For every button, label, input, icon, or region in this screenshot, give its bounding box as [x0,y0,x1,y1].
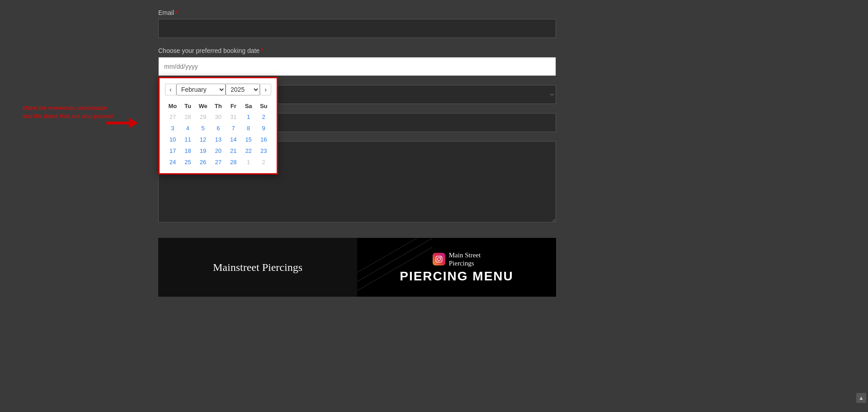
calendar-day[interactable]: 27 [211,156,226,168]
calendar-day[interactable]: 9 [256,123,271,134]
booking-date-required-star: * [261,47,263,54]
calendar-day[interactable]: 24 [165,156,180,168]
email-field-group: Email* [158,9,538,38]
month-select[interactable]: JanuaryFebruaryMarchAprilMayJuneJulyAugu… [176,84,226,95]
calendar-day[interactable]: 6 [211,123,226,134]
footer-business-name: Main Street Piercings [449,251,481,267]
calendar-day: 1 [241,156,256,168]
calendar-day[interactable]: 5 [195,123,211,134]
calendar-day[interactable]: 8 [241,123,256,134]
weekday-tu: Tu [180,101,195,111]
email-input[interactable] [158,19,556,38]
calendar-day: 27 [165,111,180,123]
footer-menu-title: PIERCING MENU [400,269,514,284]
calendar-day[interactable]: 15 [241,134,256,145]
weekday-th: Th [211,101,226,111]
calendar-day[interactable]: 26 [195,156,211,168]
weekday-mo: Mo [165,101,180,111]
calendar-day[interactable]: 16 [256,134,271,145]
date-input-wrapper: ‹ JanuaryFebruaryMarchAprilMayJuneJulyAu… [158,57,556,76]
calendar-day: 31 [226,111,241,123]
weekday-sa: Sa [241,101,256,111]
footer-left-panel: Mainstreet Piercings [158,238,357,297]
calendar-day[interactable]: 18 [180,145,195,156]
email-required-star: * [175,9,178,16]
calendar-day: 29 [195,111,211,123]
calendar-week-row: 3456789 [165,123,271,134]
svg-rect-0 [436,256,442,262]
calendar-day[interactable]: 2 [256,111,271,123]
calendar-week-row: 17181920212223 [165,145,271,156]
calendar-day[interactable]: 28 [226,156,241,168]
calendar-day[interactable]: 19 [195,145,211,156]
arrow-shaft [106,122,129,124]
weekday-fr: Fr [226,101,241,111]
calendar-day[interactable]: 21 [226,145,241,156]
calendar-day[interactable]: 17 [165,145,180,156]
calendar-week-row: 10111213141516 [165,134,271,145]
calendar-grid: Mo Tu We Th Fr Sa Su 2728293031 [165,101,271,168]
booking-date-field-group: Choose your preferred booking date* ‹ Ja… [158,47,538,76]
calendar-day[interactable]: 11 [180,134,195,145]
calendar-day[interactable]: 3 [165,123,180,134]
footer-left-text: Mainstreet Piercings [213,261,302,274]
calendar-day[interactable]: 13 [211,134,226,145]
calendar-day[interactable]: 1 [241,111,256,123]
footer-section: Mainstreet Piercings [158,238,556,297]
year-select[interactable]: 202420252026 [226,84,260,95]
svg-point-1 [437,258,440,261]
scroll-up-button[interactable]: ▲ [856,393,866,403]
calendar-day: 30 [211,111,226,123]
weekday-su: Su [256,101,271,111]
prev-month-button[interactable]: ‹ [165,84,176,95]
calendar-week-row: 272829303112 [165,111,271,123]
svg-point-2 [440,257,441,258]
footer-right-panel: Main Street Piercings PIERCING MENU [357,238,556,297]
form-section: Email* Choose your preferred booking dat… [145,9,552,297]
calendar-day[interactable]: 20 [211,145,226,156]
calendar-day[interactable]: 14 [226,134,241,145]
instagram-icon [433,253,445,265]
calendar-day[interactable]: 23 [256,145,271,156]
annotation-arrow [106,118,142,128]
calendar-weekday-header-row: Mo Tu We Th Fr Sa Su [165,101,271,111]
calendar-day: 28 [180,111,195,123]
date-input[interactable] [158,57,556,76]
calendar-day[interactable]: 10 [165,134,180,145]
weekday-we: We [195,101,211,111]
calendar-day[interactable]: 22 [241,145,256,156]
calendar-header: ‹ JanuaryFebruaryMarchAprilMayJuneJulyAu… [165,84,271,95]
calendar-day[interactable]: 4 [180,123,195,134]
calendar-day[interactable]: 25 [180,156,195,168]
calendar-popup: ‹ JanuaryFebruaryMarchAprilMayJuneJulyAu… [158,77,278,175]
left-panel: Make the weekends unbookable and the dat… [0,0,145,412]
email-label: Email* [158,9,538,16]
calendar-day[interactable]: 7 [226,123,241,134]
right-panel: ▲ [854,0,868,412]
calendar-day[interactable]: 12 [195,134,211,145]
calendar-day: 2 [256,156,271,168]
arrow-head [129,118,138,128]
annotation-text: Make the weekends unbookable and the dat… [23,104,113,120]
next-month-button[interactable]: › [260,84,271,95]
calendar-week-row: 242526272812 [165,156,271,168]
annotation-container: Make the weekends unbookable and the dat… [23,104,113,120]
booking-date-label: Choose your preferred booking date* [158,47,538,54]
main-content: Email* Choose your preferred booking dat… [145,0,854,412]
instagram-row: Main Street Piercings [433,251,481,267]
